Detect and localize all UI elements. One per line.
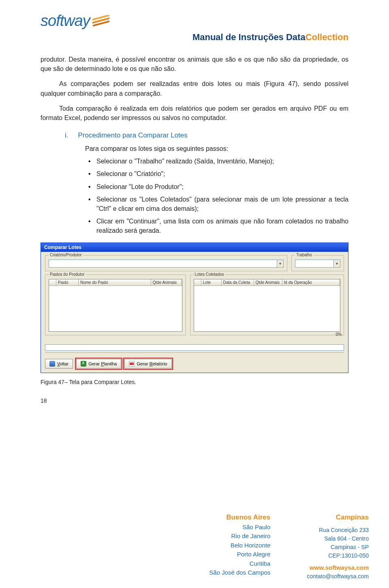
group-pastos: Pastos do Produtor Pasto Nome do Pasto Q…	[45, 275, 186, 335]
voltar-button[interactable]: Voltar	[45, 359, 73, 369]
col-pasto[interactable]: Pasto	[56, 279, 79, 285]
footer-addr-line: CEP:13010-050	[307, 552, 369, 560]
group-label-lotes: Lotes Coletados	[194, 272, 225, 277]
col-lote[interactable]: Lote	[201, 279, 222, 285]
group-criatorio: Criatório/Produtor ▼	[45, 255, 287, 271]
col-qtde-animais[interactable]: Qtde Animais	[151, 279, 182, 285]
list-item: Selecionar os "Lotes Coletados" (para se…	[88, 195, 348, 213]
group-lotes: Lotes Coletados Lote Data da Coleta Qtde…	[190, 275, 344, 335]
gerar-relatorio-button[interactable]: Gerar Relatório	[124, 359, 171, 369]
footer-city: Porto Alegre	[209, 550, 270, 559]
excel-icon	[81, 361, 86, 367]
doc-title: Manual de Instruções DataCollection	[41, 32, 348, 43]
list-item: Selecionar "Lote do Produtor";	[88, 182, 348, 191]
section-title: Procedimento para Comparar Lotes	[78, 131, 188, 139]
voltar-label: oltar	[60, 361, 68, 366]
gerar-planilha-button[interactable]: Gerar Planilha	[76, 359, 121, 369]
footer-city-main: Campinas	[307, 512, 369, 523]
page-number: 18	[41, 397, 348, 404]
criatorio-dropdown[interactable]: ▼	[49, 260, 284, 268]
grid-corner[interactable]	[194, 279, 201, 285]
list-item: Selecionar o "Trabalho" realizado (Saída…	[88, 157, 348, 166]
logo-text: softway	[41, 12, 90, 29]
pastos-grid[interactable]: Pasto Nome do Pasto Qtde Animais	[49, 279, 182, 332]
progress-bar	[45, 344, 344, 351]
trabalho-dropdown[interactable]: ▼	[295, 260, 340, 268]
footer-addr-line: Campinas - SP	[307, 543, 369, 552]
chevron-down-icon[interactable]: ▼	[277, 260, 283, 267]
doc-title-accent: Collection	[306, 32, 348, 42]
footer-city: São José dos Campos	[209, 568, 270, 577]
grid-corner[interactable]	[49, 279, 56, 285]
footer-city: Curitiba	[209, 559, 270, 569]
footer-addr-line: Sala 604 - Centro	[307, 534, 369, 543]
footer-city: Rio de Janeiro	[209, 532, 270, 541]
footer-city: Belo Horizonte	[209, 541, 270, 550]
window-titlebar: Comparar Lotes	[41, 243, 348, 252]
col-nome-pasto[interactable]: Nome do Pasto	[79, 279, 151, 285]
intro-subtext: Para comparar os lotes siga os seguintes…	[85, 145, 348, 152]
footer-cities: Buenos Aires São Paulo Rio de Janeiro Be…	[209, 512, 270, 581]
paragraph-2: As comparações podem ser realizadas entr…	[41, 79, 348, 98]
col-qtde-animais-2[interactable]: Qtde Animais	[254, 279, 282, 285]
doc-title-prefix: Manual de Instruções Data	[192, 32, 306, 42]
footer-website: www.softwaysa.com	[307, 563, 369, 573]
footer-address: Campinas Rua Conceição 233 Sala 604 - Ce…	[307, 512, 369, 581]
app-window: Comparar Lotes Criatório/Produtor ▼ Trab…	[41, 242, 348, 373]
group-trabalho: Trabalho ▼	[291, 255, 344, 271]
pdf-icon	[129, 361, 135, 367]
col-id-operacao[interactable]: Id da Operação	[282, 279, 340, 285]
footer-addr-line: Rua Conceição 233	[307, 526, 369, 534]
section-number: i.	[65, 131, 68, 139]
figure-caption: Figura 47– Tela para Comparar Lotes.	[41, 379, 348, 385]
back-icon	[49, 361, 55, 367]
footer-city: São Paulo	[209, 523, 270, 532]
col-data-coleta[interactable]: Data da Coleta	[222, 279, 254, 285]
paragraph-1: produtor. Desta maneira, é possível enco…	[41, 55, 348, 73]
list-item: Selecionar o "Criatório";	[88, 169, 348, 178]
group-label-criatorio: Criatório/Produtor	[49, 253, 83, 257]
logo-swirl-icon	[92, 15, 109, 27]
paragraph-3: Toda comparação é realizada em dois rela…	[41, 104, 348, 122]
page-footer: Buenos Aires São Paulo Rio de Janeiro Be…	[0, 512, 389, 581]
section-heading: i. Procedimento para Comparar Lotes	[65, 131, 348, 139]
progress-label: 0%	[336, 332, 342, 337]
group-label-pastos: Pastos do Produtor	[49, 272, 86, 277]
list-item: Clicar em "Continuar", uma lista com os …	[88, 217, 348, 235]
footer-email: contato@softwaysa.com	[307, 572, 369, 581]
brand-logo: softway	[41, 12, 348, 30]
bullet-list: Selecionar o "Trabalho" realizado (Saída…	[88, 157, 348, 235]
window-title: Comparar Lotes	[44, 245, 81, 250]
group-label-trabalho: Trabalho	[295, 253, 313, 257]
chevron-down-icon[interactable]: ▼	[333, 260, 340, 267]
footer-city: Buenos Aires	[209, 512, 270, 523]
lotes-grid[interactable]: Lote Data da Coleta Qtde Animais Id da O…	[194, 279, 340, 332]
